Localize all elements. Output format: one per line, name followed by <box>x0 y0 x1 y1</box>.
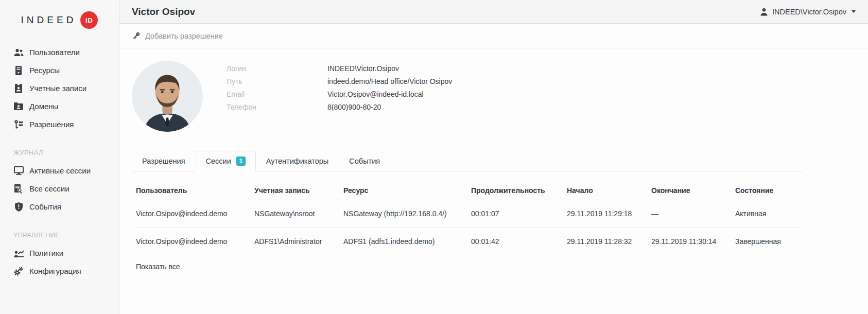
sidebar-item-active-sessions[interactable]: Активные сессии <box>0 162 119 180</box>
field-label: Путь <box>227 77 327 85</box>
sidebar-item-resources[interactable]: Ресурсы <box>0 61 119 79</box>
cell-end: — <box>647 200 731 228</box>
field-label: Логин <box>227 64 327 73</box>
tab-label: Разрешения <box>142 157 185 165</box>
cell-user: Victor.Osipov@indeed.demo <box>132 228 250 255</box>
shield-alert-icon <box>13 202 24 212</box>
add-permission-button[interactable]: Добавить разрешение <box>132 31 223 40</box>
profile-tabs: Разрешения Сессии 1 Аутентификаторы Собы… <box>132 151 803 171</box>
users-icon <box>13 48 24 57</box>
table-row[interactable]: Victor.Osipov@indeed.demo NSGateway\nsro… <box>132 200 803 228</box>
profile-field-email: Email Victor.Osipov@indeed-id.local <box>227 88 452 100</box>
page-title: Victor Osipov <box>132 6 195 18</box>
show-all-link[interactable]: Показать все <box>136 263 180 271</box>
sidebar-item-users[interactable]: Пользователи <box>0 43 119 61</box>
content-area: Логин INDEED\Victor.Osipov Путь indeed.d… <box>119 48 868 271</box>
sidebar-item-configuration[interactable]: Конфигурация <box>0 262 119 280</box>
sidebar-item-permissions[interactable]: Разрешения <box>0 115 119 133</box>
gears-icon <box>13 267 24 276</box>
sidebar-item-label: События <box>29 202 61 211</box>
field-value: INDEED\Victor.Osipov <box>327 64 399 73</box>
column-header-user: Пользователь <box>132 181 250 200</box>
chevron-down-icon <box>852 10 856 13</box>
cell-end: 29.11.2019 11:30:14 <box>647 228 731 255</box>
sidebar-item-label: Разрешения <box>29 120 74 129</box>
field-value: Victor.Osipov@indeed-id.local <box>327 90 424 98</box>
tab-label: Аутентификаторы <box>266 157 329 165</box>
sidebar-item-label: Ресурсы <box>29 66 60 75</box>
brand-wordmark: INDEED <box>21 14 77 26</box>
key-icon <box>13 120 24 129</box>
column-header-state: Состояние <box>731 181 803 200</box>
profile-fields: Логин INDEED\Victor.Osipov Путь indeed.d… <box>227 62 452 132</box>
domain-folder-icon <box>13 102 24 110</box>
field-value: 8(800)900-80-20 <box>327 103 381 111</box>
column-header-duration: Продолжительность <box>467 181 563 200</box>
app-window: INDEED ID Пользователи Ресурсы Учет <box>0 0 868 314</box>
field-label: Телефон <box>227 103 327 111</box>
id-badge-icon <box>13 84 24 93</box>
cell-resource: ADFS1 (adfs1.indeed.demo) <box>339 228 467 255</box>
sidebar-nav: Пользователи Ресурсы Учетные записи Доме… <box>0 40 119 280</box>
avatar <box>132 61 203 132</box>
sidebar-item-policies[interactable]: Политики <box>0 244 119 262</box>
cell-account: NSGateway\nsroot <box>250 200 339 228</box>
user-icon <box>760 8 768 16</box>
sidebar-item-label: Конфигурация <box>29 267 81 275</box>
column-header-end: Окончание <box>647 181 731 200</box>
sidebar-item-events[interactable]: События <box>0 198 119 216</box>
actions-toolbar: Добавить разрешение <box>119 24 868 48</box>
sidebar-section-management: УПРАВЛЕНИЕ <box>0 226 119 244</box>
page-header: Victor Osipov INDEED\Victor.Osipov <box>119 0 868 24</box>
user-account-menu[interactable]: INDEED\Victor.Osipov <box>760 8 856 16</box>
cell-duration: 00:01:42 <box>467 228 563 255</box>
table-row[interactable]: Victor.Osipov@indeed.demo ADFS1\Administ… <box>132 228 803 255</box>
column-header-start: Начало <box>563 181 647 200</box>
tab-sessions[interactable]: Сессии 1 <box>196 151 256 171</box>
sidebar-item-label: Учетные записи <box>29 84 86 93</box>
cell-start: 29.11.2019 11:29:18 <box>563 200 647 228</box>
cell-resource: NSGateway (http://192.168.0.4/) <box>339 200 467 228</box>
column-header-account: Учетная запись <box>250 181 339 200</box>
cell-start: 29.11.2019 11:28:32 <box>563 228 647 255</box>
sidebar-item-accounts[interactable]: Учетные записи <box>0 79 119 97</box>
tab-authenticators[interactable]: Аутентификаторы <box>256 151 339 171</box>
sidebar-item-label: Домены <box>29 102 58 111</box>
tab-events[interactable]: События <box>339 151 390 171</box>
field-label: Email <box>227 90 327 98</box>
tab-label: События <box>349 157 380 165</box>
brand-logo[interactable]: INDEED ID <box>0 0 119 40</box>
profile-field-path: Путь indeed.demo/Head office/Victor Osip… <box>227 75 452 88</box>
user-account-label: INDEED\Victor.Osipov <box>772 8 846 16</box>
cell-duration: 00:01:07 <box>467 200 563 228</box>
cell-user: Victor.Osipov@indeed.demo <box>132 200 250 228</box>
sidebar-item-domains[interactable]: Домены <box>0 97 119 115</box>
sidebar-section-journal: ЖУРНАЛ <box>0 144 119 162</box>
monitor-icon <box>13 166 24 175</box>
sessions-table: Пользователь Учетная запись Ресурс Продо… <box>132 181 803 255</box>
server-icon <box>13 66 24 75</box>
cell-account: ADFS1\Administrator <box>250 228 339 255</box>
tab-permissions[interactable]: Разрешения <box>132 151 196 171</box>
table-header-row: Пользователь Учетная запись Ресурс Продо… <box>132 181 803 200</box>
main-panel: Victor Osipov INDEED\Victor.Osipov Добав… <box>119 0 868 314</box>
sidebar-item-all-sessions[interactable]: Все сессии <box>0 180 119 198</box>
policy-icon <box>13 249 24 257</box>
cell-state: Активная <box>731 200 803 228</box>
tab-label: Сессии <box>206 157 231 165</box>
sessions-count-badge: 1 <box>236 156 246 166</box>
sidebar-item-label: Активные сессии <box>29 166 91 175</box>
sidebar-item-label: Пользователи <box>29 48 80 57</box>
profile-field-login: Логин INDEED\Victor.Osipov <box>227 62 452 75</box>
add-permission-label: Добавить разрешение <box>145 32 223 40</box>
profile-card: Логин INDEED\Victor.Osipov Путь indeed.d… <box>132 61 856 132</box>
sidebar-item-label: Политики <box>29 249 63 257</box>
cell-state: Завершенная <box>731 228 803 255</box>
column-header-resource: Ресурс <box>339 181 467 200</box>
session-log-icon <box>13 184 24 194</box>
sidebar: INDEED ID Пользователи Ресурсы Учет <box>0 0 119 314</box>
sidebar-item-label: Все сессии <box>29 184 70 193</box>
profile-field-phone: Телефон 8(800)900-80-20 <box>227 100 452 113</box>
key-icon <box>132 31 141 40</box>
field-value: indeed.demo/Head office/Victor Osipov <box>327 77 452 85</box>
